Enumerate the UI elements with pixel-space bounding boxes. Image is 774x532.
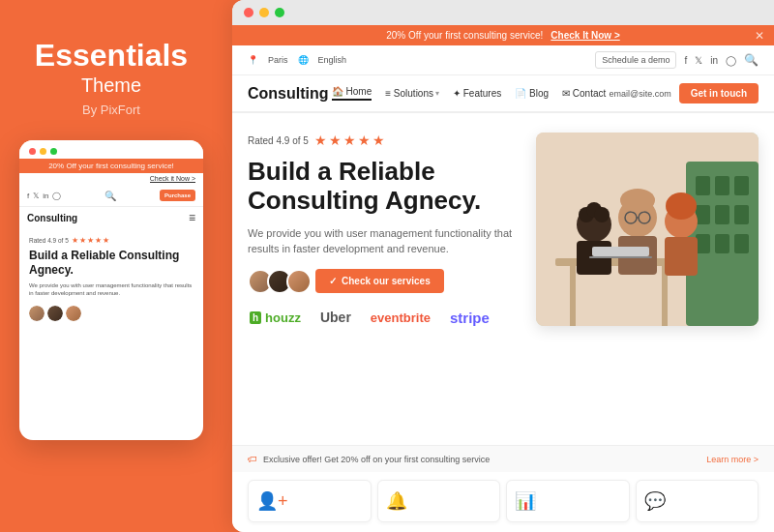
- mobile-avatars: [29, 306, 194, 321]
- mobile-avatar-3: [66, 306, 81, 321]
- svg-rect-5: [696, 205, 710, 224]
- utility-nav: 📍 Paris 🌐 English Schedule a demo f 𝕏 in…: [232, 45, 774, 75]
- hero-image: [536, 133, 759, 326]
- mobile-ig-icon: ◯: [52, 192, 61, 200]
- utility-nav-left: 📍 Paris 🌐 English: [248, 55, 346, 65]
- rating-row: Rated 4.9 of 5 ★★★★★: [248, 133, 517, 148]
- mobile-promo-link: Check it Now >: [19, 173, 203, 185]
- mobile-rating-label: Rated 4.9 of 5: [29, 237, 69, 244]
- feature-icon-3: 📊: [515, 490, 536, 512]
- browser-dot-green: [275, 8, 284, 17]
- partner-logos: h houzz Uber eventbrite stripe: [248, 310, 517, 326]
- get-in-touch-button[interactable]: Get in touch: [679, 83, 759, 103]
- fb-icon: f: [684, 55, 687, 66]
- brand-subtitle: Theme: [81, 74, 141, 97]
- feature-icon-2: 🔔: [386, 490, 407, 512]
- feature-card-1: 👤+: [248, 480, 372, 522]
- svg-point-18: [594, 207, 610, 222]
- avatar-group: [248, 269, 306, 294]
- svg-rect-4: [734, 176, 749, 195]
- houzz-logo: h houzz: [250, 310, 301, 325]
- ig-icon: ◯: [726, 55, 736, 66]
- svg-point-24: [620, 189, 655, 212]
- hero-headline: Build a Reliable Consulting Agnecy.: [248, 158, 517, 216]
- mobile-nav: f 𝕏 in ◯ 🔍 Purchase: [19, 185, 203, 207]
- nav-contact[interactable]: ✉ Contact: [562, 88, 606, 99]
- hero-bottom: ✓ Check our services: [248, 269, 517, 294]
- svg-rect-28: [589, 256, 652, 258]
- offer-icon: 🏷: [248, 454, 257, 464]
- offer-text: Exclusive offer! Get 20% off on your fir…: [263, 455, 490, 464]
- nav-solutions[interactable]: ≡ Solutions ▾: [385, 88, 439, 99]
- mobile-promo-bar: 20% Off your first consulting service!: [19, 159, 203, 173]
- main-area: 20% Off your first consulting service! C…: [232, 0, 774, 532]
- promo-close-button[interactable]: ✕: [755, 29, 764, 43]
- uber-logo: Uber: [320, 310, 351, 325]
- nav-features[interactable]: ✦ Features: [453, 88, 501, 99]
- check-services-icon: ✓: [329, 276, 337, 286]
- hero-section: Rated 4.9 of 5 ★★★★★ Build a Reliable Co…: [232, 113, 774, 445]
- learn-more-link[interactable]: Learn more >: [706, 455, 759, 464]
- svg-rect-9: [715, 234, 729, 253]
- feature-icon-4: 💬: [644, 490, 666, 512]
- mobile-li-icon: in: [43, 192, 48, 200]
- feature-icon-1: 👤+: [256, 490, 288, 512]
- location-text: Paris: [268, 55, 288, 65]
- check-services-button[interactable]: ✓ Check our services: [315, 269, 444, 293]
- rating-label: Rated 4.9 of 5: [248, 135, 309, 146]
- feature-cards: 👤+ 🔔 📊 💬: [232, 472, 774, 532]
- hero-illustration: [536, 133, 759, 326]
- left-panel: Essentials Theme By PixFort 20% Off your…: [0, 0, 223, 532]
- utility-nav-right: Schedule a demo f 𝕏 in ◯ 🔍: [595, 51, 759, 69]
- svg-rect-29: [592, 247, 649, 256]
- mobile-dot-red: [29, 148, 36, 155]
- nav-email: email@site.com: [610, 89, 671, 99]
- svg-rect-3: [715, 176, 729, 195]
- mobile-purchase-button[interactable]: Purchase: [160, 190, 195, 201]
- brand-title: Essentials: [35, 39, 188, 73]
- bottom-strip: 🏷 Exclusive offer! Get 20% off on your f…: [232, 445, 774, 472]
- mobile-dot-green: [50, 148, 57, 155]
- mobile-tw-icon: 𝕏: [33, 192, 39, 200]
- mobile-content: Rated 4.9 of 5 ★★★★★ Build a Reliable Co…: [19, 228, 203, 440]
- svg-rect-6: [715, 205, 729, 224]
- nav-links: 🏠 Home ≡ Solutions ▾ ✦ Features 📄 Blog ✉…: [332, 86, 607, 101]
- houzz-icon: h: [250, 311, 261, 324]
- svg-rect-12: [570, 266, 576, 326]
- bottom-offer: 🏷 Exclusive offer! Get 20% off on your f…: [248, 454, 490, 464]
- feature-card-2: 🔔: [377, 480, 501, 522]
- main-nav: Consulting 🏠 Home ≡ Solutions ▾ ✦ Featur…: [232, 75, 774, 113]
- mobile-promo-text: 20% Off your first consulting service!: [48, 162, 174, 170]
- hero-headline-line2: Consulting Agnecy.: [248, 186, 481, 215]
- browser-dot-red: [244, 8, 253, 17]
- mobile-stars: ★★★★★: [72, 236, 110, 245]
- hamburger-icon[interactable]: ≡: [189, 211, 195, 224]
- mobile-rating-row: Rated 4.9 of 5 ★★★★★: [29, 236, 194, 245]
- promo-cta-button[interactable]: Check It Now >: [551, 30, 619, 41]
- nav-blog[interactable]: 📄 Blog: [515, 88, 549, 99]
- mobile-logo-row: Consulting ≡: [19, 207, 203, 228]
- eventbrite-logo: eventbrite: [371, 310, 431, 325]
- hero-headline-line1: Build a Reliable: [248, 157, 435, 186]
- search-icon[interactable]: 🔍: [744, 53, 759, 67]
- mobile-avatar-2: [47, 306, 63, 321]
- mobile-promo-cta[interactable]: Check it Now >: [150, 175, 195, 183]
- hero-left: Rated 4.9 of 5 ★★★★★ Build a Reliable Co…: [248, 133, 517, 326]
- website-content: 20% Off your first consulting service! C…: [232, 25, 774, 532]
- language-icon: 🌐: [298, 55, 309, 65]
- promo-text: 20% Off your first consulting service!: [386, 30, 543, 41]
- mobile-browser-chrome: [19, 140, 203, 159]
- svg-rect-2: [696, 176, 710, 195]
- schedule-demo-button[interactable]: Schedule a demo: [595, 51, 676, 69]
- nav-home[interactable]: 🏠 Home: [332, 86, 372, 101]
- mobile-dot-yellow: [40, 148, 46, 155]
- mobile-logo: Consulting: [27, 213, 77, 223]
- language-text: English: [318, 55, 347, 65]
- brand-by: By PixFort: [82, 103, 140, 117]
- tw-icon: 𝕏: [695, 55, 702, 66]
- svg-rect-26: [665, 237, 698, 276]
- mobile-headline: Build a Reliable Consulting Agnecy.: [29, 249, 194, 277]
- browser-chrome: [232, 0, 774, 25]
- mobile-search-icon[interactable]: 🔍: [104, 191, 116, 201]
- hero-image-area: [536, 133, 759, 326]
